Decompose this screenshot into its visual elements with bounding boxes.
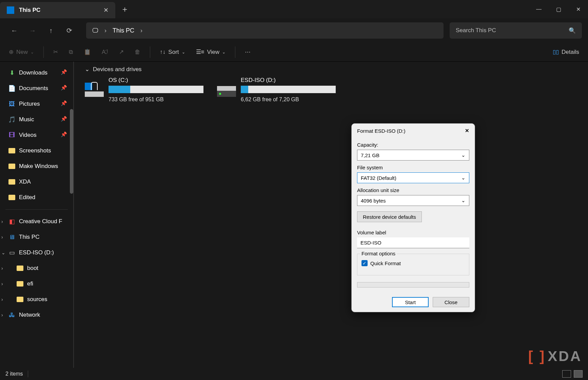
sidebar-item-xda[interactable]: XDA [0,174,73,190]
sidebar-item-videos[interactable]: 🎞 Videos 📌 [0,127,73,143]
folder-icon [16,296,24,303]
drive-usage-fill [241,86,248,93]
sort-icon: ↑↓ [160,49,165,56]
status-text: 2 items [5,371,23,377]
new-button[interactable]: ⊕ New ⌄ [5,45,37,59]
dialog-title-bar[interactable]: Format ESD-ISO (D:) ✕ [352,124,475,138]
sidebar-item-boot[interactable]: › boot [0,260,73,276]
chevron-right-icon[interactable]: › [1,234,7,240]
details-pane-button[interactable]: ▯▯ Details [549,45,583,59]
pc-icon: 🖥 [8,233,16,241]
bracket-icon: [ ] [528,348,546,364]
sidebar-item-efi[interactable]: › efi [0,276,73,292]
back-button[interactable]: ← [6,22,22,39]
xda-watermark: [ ] XDA [528,348,582,364]
view-icon: ☰≡ [196,48,204,56]
large-icons-view-button[interactable] [574,370,583,378]
scrollbar-thumb[interactable] [70,109,73,194]
share-button[interactable]: ↗ [116,45,127,59]
folder-icon [8,163,16,170]
sidebar-item-sources[interactable]: › sources [0,292,73,307]
folder-icon [8,178,16,186]
maximize-button[interactable]: ▢ [549,0,568,18]
rename-button[interactable]: Aℐ [98,45,112,59]
drive-esd-iso-d[interactable]: ESD-ISO (D:) 6,62 GB free of 7,20 GB [217,77,336,103]
chevron-right-icon[interactable]: › [1,219,7,224]
minimize-button[interactable]: — [529,0,549,18]
chevron-right-icon[interactable]: › [1,297,7,302]
divider [43,46,44,58]
allocation-select[interactable]: 4096 bytes ⌄ [357,195,469,206]
window-controls: — ▢ ✕ [529,0,588,18]
sidebar-item-screenshots[interactable]: Screenshots [0,143,73,159]
copy-button[interactable]: ⧉ [65,45,76,59]
close-tab-icon[interactable]: ✕ [103,6,109,14]
download-icon: ⬇ [8,69,16,77]
more-button[interactable]: ⋯ [241,45,254,59]
quick-format-checkbox[interactable]: ✓ Quick Format [361,260,465,266]
details-view-button[interactable] [562,370,571,378]
divider [28,371,28,377]
search-input[interactable]: Search This PC 🔍 [450,22,582,39]
sidebar-item-this-pc[interactable]: › 🖥 This PC [0,229,73,245]
filesystem-select[interactable]: FAT32 (Default) ⌄ [357,172,469,183]
close-icon[interactable]: ✕ [465,128,469,134]
chevron-right-icon[interactable]: › [1,312,7,318]
copy-icon: ⧉ [69,49,73,56]
add-tab-button[interactable]: ＋ [115,0,134,18]
cut-button[interactable]: ✂ [50,45,61,59]
sort-button[interactable]: ↑↓ Sort ⌄ [156,45,188,59]
up-button[interactable]: ↑ [43,22,59,39]
sidebar: ⬇ Downloads 📌 📄 Documents 📌 🖼 Pictures 📌… [0,62,74,368]
music-icon: 🎵 [8,116,16,123]
usb-drive-icon [217,83,237,97]
view-toggle [562,370,583,378]
sidebar-item-downloads[interactable]: ⬇ Downloads 📌 [0,65,73,81]
start-button[interactable]: Start [392,297,429,307]
volume-label-input[interactable]: ESD-ISO [357,237,469,248]
delete-button[interactable]: 🗑 [131,45,144,59]
allocation-label: Allocation unit size [357,187,469,193]
sidebar-item-make-windows[interactable]: Make Windows [0,159,73,174]
drive-icon: ▭ [8,249,16,256]
drive-name: OS (C:) [109,77,203,84]
close-button[interactable]: Close [433,297,469,307]
chevron-down-icon: ⌄ [461,175,466,181]
chevron-down-icon[interactable]: ⌄ [85,66,90,73]
pin-icon: 📌 [61,131,67,138]
sidebar-item-documents[interactable]: 📄 Documents 📌 [0,81,73,96]
sidebar-item-music[interactable]: 🎵 Music 📌 [0,112,73,127]
chevron-right-icon[interactable]: › [1,266,7,271]
capacity-select[interactable]: 7,21 GB ⌄ [357,150,469,161]
address-bar[interactable]: 🖵 › This PC › [86,22,444,39]
close-window-button[interactable]: ✕ [568,0,588,18]
restore-defaults-button[interactable]: Restore device defaults [357,211,422,222]
sidebar-item-network[interactable]: › 🖧 Network [0,307,73,323]
chevron-down-icon[interactable]: ⌄ [1,250,7,255]
document-icon: 📄 [8,85,16,92]
group-header[interactable]: ⌄ Devices and drives [85,66,582,73]
sidebar-separator [5,209,68,210]
nav-bar: ← → ↑ ⟳ 🖵 › This PC › Search This PC 🔍 [0,18,588,43]
address-path: This PC [113,27,134,34]
cc-icon: ◧ [8,218,16,225]
status-bar: 2 items [0,368,588,380]
view-button[interactable]: ☰≡ View ⌄ [193,45,229,59]
sidebar-item-edited[interactable]: Edited [0,190,73,205]
chevron-right-icon: › [140,27,142,34]
tab-this-pc[interactable]: This PC ✕ [0,2,115,18]
refresh-button[interactable]: ⟳ [61,22,77,39]
format-options-label: Format options [360,251,397,256]
folder-icon [16,265,24,272]
sidebar-item-creative-cloud[interactable]: › ◧ Creative Cloud F [0,214,73,229]
sidebar-item-esd-iso[interactable]: ⌄ ▭ ESD-ISO (D:) [0,245,73,260]
drive-os-c[interactable]: OS (C:) 733 GB free of 951 GB [85,77,203,103]
chevron-right-icon[interactable]: › [1,281,7,287]
sidebar-item-pictures[interactable]: 🖼 Pictures 📌 [0,96,73,112]
paste-button[interactable]: 📋 [80,45,94,59]
chevron-right-icon: › [104,27,106,34]
tab-title: This PC [19,7,40,14]
plus-circle-icon: ⊕ [9,48,14,56]
rename-icon: Aℐ [102,48,108,56]
forward-button[interactable]: → [24,22,41,39]
